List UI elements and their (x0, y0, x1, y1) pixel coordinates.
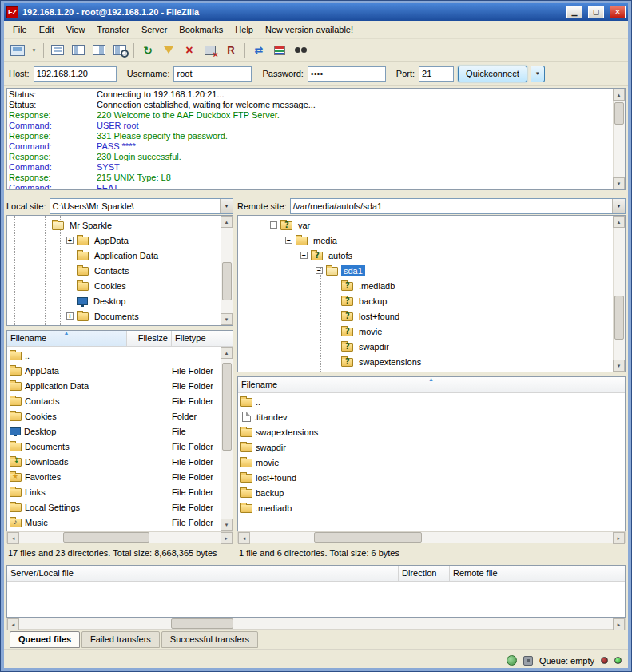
file-row-contacts[interactable]: ContactsFile Folder (7, 393, 221, 408)
local-tree-scrollbar[interactable] (221, 216, 233, 325)
queue-horizontal-scrollbar[interactable] (6, 618, 626, 630)
collapse-icon[interactable] (285, 237, 292, 244)
log-scrollbar[interactable] (613, 89, 625, 189)
file-row-movie[interactable]: movie (238, 455, 625, 470)
tree-item-autofs[interactable]: autofs (238, 248, 625, 263)
maximize-button[interactable]: ▢ (588, 6, 604, 18)
menu-view[interactable]: View (61, 22, 91, 37)
menu-file[interactable]: File (7, 22, 33, 37)
file-row-documents[interactable]: DocumentsFile Folder (7, 439, 221, 454)
chevron-down-icon[interactable]: ▼ (612, 199, 625, 213)
remote-tree-scrollbar[interactable] (613, 216, 625, 372)
local-site-combobox[interactable]: C:\Users\Mr Sparkle\ ▼ (50, 198, 233, 214)
close-button[interactable]: ✕ (610, 6, 626, 18)
synchronized-browsing-icon[interactable] (270, 42, 289, 59)
scroll-down-icon[interactable] (221, 519, 233, 531)
column-header-filetype[interactable]: Filetype (172, 331, 233, 346)
tree-item-cookies[interactable]: Cookies (7, 278, 233, 293)
collapse-icon[interactable] (270, 221, 277, 229)
column-header-remote-file[interactable]: Remote file (450, 566, 625, 581)
file-row-backup[interactable]: backup (238, 485, 625, 500)
file-row-favorites[interactable]: FavoritesFile Folder (7, 469, 221, 484)
file-row-local-settings[interactable]: Local SettingsFile Folder (7, 499, 221, 515)
file-row-appdata[interactable]: AppDataFile Folder (7, 363, 221, 378)
toggle-local-tree-icon[interactable] (69, 42, 88, 59)
scroll-down-icon[interactable] (221, 313, 233, 325)
reconnect-icon[interactable]: R (221, 42, 240, 59)
chevron-down-icon[interactable]: ▼ (220, 199, 233, 213)
collapse-icon[interactable] (316, 267, 323, 274)
tab-queued-files[interactable]: Queued files (10, 631, 80, 648)
file-row-swapdir[interactable]: swapdir (238, 439, 625, 455)
remote-horizontal-scrollbar[interactable] (237, 531, 626, 543)
file-row-cookies[interactable]: CookiesFolder (7, 408, 221, 423)
tree-item-movie[interactable]: movie (238, 324, 625, 339)
tree-item-downloads[interactable]: Downloads (7, 324, 233, 326)
file-row-swapextensions[interactable]: swapextensions (238, 424, 625, 439)
cancel-icon[interactable]: × (180, 42, 199, 59)
refresh-icon[interactable]: ↻ (138, 42, 157, 59)
scroll-right-icon[interactable] (613, 532, 625, 544)
tree-item-mediadb[interactable]: .mediadb (238, 278, 625, 293)
tree-item-lost-found[interactable]: lost+found (238, 308, 625, 324)
menu-bookmarks[interactable]: Bookmarks (173, 22, 229, 37)
tree-item-backup[interactable]: backup (238, 293, 625, 308)
scroll-up-icon[interactable] (613, 89, 625, 101)
scroll-left-icon[interactable] (7, 532, 19, 544)
toggle-remote-tree-icon[interactable] (89, 42, 109, 59)
file-row-desktop[interactable]: DesktopFile (7, 423, 221, 439)
column-header-filename[interactable]: Filename (7, 331, 127, 346)
menu-transfer[interactable]: Transfer (91, 22, 135, 37)
collapse-icon[interactable] (300, 252, 308, 259)
scroll-right-icon[interactable] (221, 532, 233, 544)
column-header-direction[interactable]: Direction (399, 566, 450, 581)
toggle-message-log-icon[interactable] (48, 42, 67, 59)
speed-limits-icon[interactable] (507, 655, 517, 666)
tree-item-appdata[interactable]: AppData (7, 233, 233, 248)
menu-new-version[interactable]: New version available! (260, 22, 359, 37)
scroll-left-icon[interactable] (238, 532, 250, 544)
scroll-up-icon[interactable] (221, 347, 233, 359)
tree-item-documents[interactable]: Documents (7, 308, 233, 324)
expand-icon[interactable] (66, 237, 74, 244)
port-input[interactable] (419, 66, 454, 82)
remote-site-combobox[interactable]: /var/media/autofs/sda1 ▼ (290, 198, 626, 214)
toggle-queue-icon[interactable] (110, 42, 129, 59)
scroll-left-icon[interactable] (7, 618, 19, 630)
scroll-up-icon[interactable] (613, 216, 625, 228)
local-horizontal-scrollbar[interactable] (6, 531, 233, 543)
tree-item-mr-sparkle[interactable]: Mr Sparkle (7, 217, 233, 233)
tree-item-media[interactable]: media (238, 233, 625, 248)
tree-item-dvd[interactable]: dvd (238, 369, 625, 372)
expand-icon[interactable] (66, 312, 74, 320)
filter-icon[interactable] (159, 42, 178, 59)
tab-failed-transfers[interactable]: Failed transfers (81, 631, 160, 648)
column-header-filesize[interactable]: Filesize (127, 331, 172, 346)
tree-item-swapdir[interactable]: swapdir (238, 339, 625, 354)
scroll-down-icon[interactable] (613, 177, 625, 189)
column-header-server-local-file[interactable]: Server/Local file (7, 566, 399, 581)
tree-item-contacts[interactable]: Contacts (7, 263, 233, 278)
column-header-filename[interactable]: Filename (238, 377, 625, 392)
scroll-right-icon[interactable] (613, 618, 625, 630)
file-row-titandev[interactable]: .titandev (238, 409, 625, 424)
file-row-application-data[interactable]: Application DataFile Folder (7, 378, 221, 393)
disconnect-icon[interactable] (201, 42, 220, 59)
site-manager-dropdown-icon[interactable]: ▼ (29, 42, 39, 59)
file-row-downloads[interactable]: DownloadsFile Folder (7, 454, 221, 469)
quickconnect-button[interactable]: Quickconnect (458, 66, 527, 82)
find-files-icon[interactable] (291, 42, 310, 59)
tree-item-sda1[interactable]: sda1 (238, 263, 625, 278)
site-manager-icon[interactable] (8, 42, 27, 59)
quickconnect-dropdown-icon[interactable]: ▼ (531, 66, 545, 82)
file-row-up[interactable]: .. (7, 348, 221, 363)
local-list-scrollbar[interactable] (221, 347, 233, 531)
file-row-music[interactable]: MusicFile Folder (7, 515, 221, 530)
file-row-mediadb[interactable]: .mediadb (238, 500, 625, 515)
directory-comparison-icon[interactable]: ⇄ (249, 42, 268, 59)
tree-item-application-data[interactable]: Application Data (7, 248, 233, 263)
scroll-down-icon[interactable] (613, 360, 625, 372)
host-input[interactable] (34, 66, 117, 82)
file-row-lost-found[interactable]: lost+found (238, 470, 625, 485)
tree-item-swapextensions[interactable]: swapextensions (238, 354, 625, 369)
